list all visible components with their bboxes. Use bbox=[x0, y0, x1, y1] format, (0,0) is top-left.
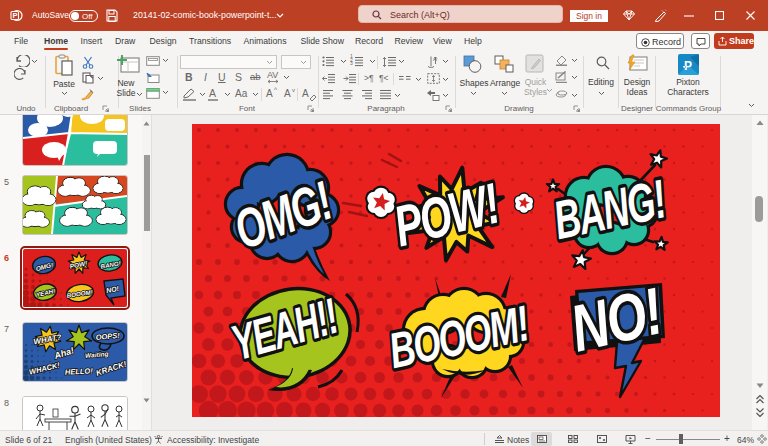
svg-text:P: P bbox=[684, 59, 692, 73]
svg-text:HELLO!: HELLO! bbox=[65, 366, 94, 376]
svg-text:P: P bbox=[13, 11, 18, 20]
svg-text:A: A bbox=[433, 56, 437, 62]
